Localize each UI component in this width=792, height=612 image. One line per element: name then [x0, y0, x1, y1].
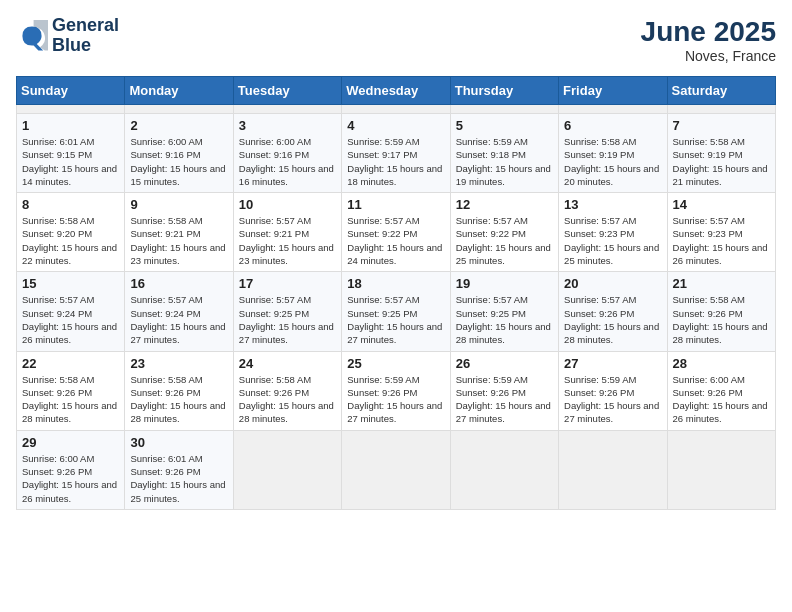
calendar-cell: 26Sunrise: 5:59 AMSunset: 9:26 PMDayligh… — [450, 351, 558, 430]
day-number: 29 — [22, 435, 119, 450]
calendar-cell: 24Sunrise: 5:58 AMSunset: 9:26 PMDayligh… — [233, 351, 341, 430]
day-number: 21 — [673, 276, 770, 291]
calendar-cell — [559, 430, 667, 509]
cell-sun-info: Sunrise: 6:01 AMSunset: 9:26 PMDaylight:… — [130, 452, 227, 505]
calendar-cell — [559, 105, 667, 114]
day-number: 4 — [347, 118, 444, 133]
cell-sun-info: Sunrise: 5:59 AMSunset: 9:26 PMDaylight:… — [564, 373, 661, 426]
calendar-header-row: SundayMondayTuesdayWednesdayThursdayFrid… — [17, 77, 776, 105]
calendar-cell: 17Sunrise: 5:57 AMSunset: 9:25 PMDayligh… — [233, 272, 341, 351]
day-number: 5 — [456, 118, 553, 133]
cell-sun-info: Sunrise: 5:57 AMSunset: 9:23 PMDaylight:… — [564, 214, 661, 267]
calendar-cell: 15Sunrise: 5:57 AMSunset: 9:24 PMDayligh… — [17, 272, 125, 351]
calendar-cell — [342, 430, 450, 509]
day-number: 12 — [456, 197, 553, 212]
cell-sun-info: Sunrise: 5:57 AMSunset: 9:25 PMDaylight:… — [456, 293, 553, 346]
cell-sun-info: Sunrise: 5:58 AMSunset: 9:19 PMDaylight:… — [564, 135, 661, 188]
title-block: June 2025 Noves, France — [641, 16, 776, 64]
cell-sun-info: Sunrise: 6:00 AMSunset: 9:16 PMDaylight:… — [130, 135, 227, 188]
cell-sun-info: Sunrise: 5:57 AMSunset: 9:25 PMDaylight:… — [239, 293, 336, 346]
calendar-table: SundayMondayTuesdayWednesdayThursdayFrid… — [16, 76, 776, 510]
calendar-cell: 9Sunrise: 5:58 AMSunset: 9:21 PMDaylight… — [125, 193, 233, 272]
cell-sun-info: Sunrise: 5:59 AMSunset: 9:17 PMDaylight:… — [347, 135, 444, 188]
weekday-header-friday: Friday — [559, 77, 667, 105]
cell-sun-info: Sunrise: 6:01 AMSunset: 9:15 PMDaylight:… — [22, 135, 119, 188]
calendar-cell: 10Sunrise: 5:57 AMSunset: 9:21 PMDayligh… — [233, 193, 341, 272]
logo-text-block: General Blue — [52, 16, 119, 56]
calendar-cell — [233, 430, 341, 509]
calendar-week-row: 8Sunrise: 5:58 AMSunset: 9:20 PMDaylight… — [17, 193, 776, 272]
calendar-cell: 25Sunrise: 5:59 AMSunset: 9:26 PMDayligh… — [342, 351, 450, 430]
calendar-cell: 3Sunrise: 6:00 AMSunset: 9:16 PMDaylight… — [233, 114, 341, 193]
weekday-header-tuesday: Tuesday — [233, 77, 341, 105]
logo-icon — [16, 20, 48, 52]
calendar-cell — [233, 105, 341, 114]
calendar-cell: 22Sunrise: 5:58 AMSunset: 9:26 PMDayligh… — [17, 351, 125, 430]
day-number: 9 — [130, 197, 227, 212]
day-number: 18 — [347, 276, 444, 291]
calendar-week-row: 22Sunrise: 5:58 AMSunset: 9:26 PMDayligh… — [17, 351, 776, 430]
day-number: 3 — [239, 118, 336, 133]
cell-sun-info: Sunrise: 5:58 AMSunset: 9:26 PMDaylight:… — [130, 373, 227, 426]
calendar-cell: 21Sunrise: 5:58 AMSunset: 9:26 PMDayligh… — [667, 272, 775, 351]
calendar-cell: 30Sunrise: 6:01 AMSunset: 9:26 PMDayligh… — [125, 430, 233, 509]
calendar-cell: 5Sunrise: 5:59 AMSunset: 9:18 PMDaylight… — [450, 114, 558, 193]
cell-sun-info: Sunrise: 5:57 AMSunset: 9:26 PMDaylight:… — [564, 293, 661, 346]
page-header: General Blue June 2025 Noves, France — [16, 16, 776, 64]
cell-sun-info: Sunrise: 6:00 AMSunset: 9:26 PMDaylight:… — [673, 373, 770, 426]
cell-sun-info: Sunrise: 5:57 AMSunset: 9:25 PMDaylight:… — [347, 293, 444, 346]
calendar-cell: 8Sunrise: 5:58 AMSunset: 9:20 PMDaylight… — [17, 193, 125, 272]
cell-sun-info: Sunrise: 5:59 AMSunset: 9:26 PMDaylight:… — [347, 373, 444, 426]
calendar-week-row: 1Sunrise: 6:01 AMSunset: 9:15 PMDaylight… — [17, 114, 776, 193]
cell-sun-info: Sunrise: 5:57 AMSunset: 9:21 PMDaylight:… — [239, 214, 336, 267]
cell-sun-info: Sunrise: 5:57 AMSunset: 9:24 PMDaylight:… — [130, 293, 227, 346]
calendar-cell — [342, 105, 450, 114]
calendar-cell: 29Sunrise: 6:00 AMSunset: 9:26 PMDayligh… — [17, 430, 125, 509]
cell-sun-info: Sunrise: 5:57 AMSunset: 9:23 PMDaylight:… — [673, 214, 770, 267]
weekday-header-saturday: Saturday — [667, 77, 775, 105]
calendar-cell: 14Sunrise: 5:57 AMSunset: 9:23 PMDayligh… — [667, 193, 775, 272]
day-number: 17 — [239, 276, 336, 291]
day-number: 16 — [130, 276, 227, 291]
day-number: 23 — [130, 356, 227, 371]
cell-sun-info: Sunrise: 5:58 AMSunset: 9:26 PMDaylight:… — [239, 373, 336, 426]
cell-sun-info: Sunrise: 6:00 AMSunset: 9:26 PMDaylight:… — [22, 452, 119, 505]
cell-sun-info: Sunrise: 5:59 AMSunset: 9:26 PMDaylight:… — [456, 373, 553, 426]
weekday-header-monday: Monday — [125, 77, 233, 105]
calendar-cell — [450, 430, 558, 509]
calendar-cell: 4Sunrise: 5:59 AMSunset: 9:17 PMDaylight… — [342, 114, 450, 193]
calendar-cell: 20Sunrise: 5:57 AMSunset: 9:26 PMDayligh… — [559, 272, 667, 351]
day-number: 26 — [456, 356, 553, 371]
cell-sun-info: Sunrise: 5:57 AMSunset: 9:22 PMDaylight:… — [456, 214, 553, 267]
day-number: 6 — [564, 118, 661, 133]
calendar-cell: 1Sunrise: 6:01 AMSunset: 9:15 PMDaylight… — [17, 114, 125, 193]
calendar-cell — [17, 105, 125, 114]
calendar-cell: 6Sunrise: 5:58 AMSunset: 9:19 PMDaylight… — [559, 114, 667, 193]
cell-sun-info: Sunrise: 5:58 AMSunset: 9:20 PMDaylight:… — [22, 214, 119, 267]
day-number: 27 — [564, 356, 661, 371]
calendar-cell: 2Sunrise: 6:00 AMSunset: 9:16 PMDaylight… — [125, 114, 233, 193]
cell-sun-info: Sunrise: 5:58 AMSunset: 9:26 PMDaylight:… — [673, 293, 770, 346]
calendar-cell: 11Sunrise: 5:57 AMSunset: 9:22 PMDayligh… — [342, 193, 450, 272]
calendar-week-row: 29Sunrise: 6:00 AMSunset: 9:26 PMDayligh… — [17, 430, 776, 509]
cell-sun-info: Sunrise: 6:00 AMSunset: 9:16 PMDaylight:… — [239, 135, 336, 188]
cell-sun-info: Sunrise: 5:57 AMSunset: 9:22 PMDaylight:… — [347, 214, 444, 267]
calendar-cell: 18Sunrise: 5:57 AMSunset: 9:25 PMDayligh… — [342, 272, 450, 351]
logo: General Blue — [16, 16, 119, 56]
calendar-week-row: 15Sunrise: 5:57 AMSunset: 9:24 PMDayligh… — [17, 272, 776, 351]
calendar-cell: 7Sunrise: 5:58 AMSunset: 9:19 PMDaylight… — [667, 114, 775, 193]
weekday-header-sunday: Sunday — [17, 77, 125, 105]
cell-sun-info: Sunrise: 5:58 AMSunset: 9:19 PMDaylight:… — [673, 135, 770, 188]
day-number: 10 — [239, 197, 336, 212]
cell-sun-info: Sunrise: 5:59 AMSunset: 9:18 PMDaylight:… — [456, 135, 553, 188]
calendar-cell: 19Sunrise: 5:57 AMSunset: 9:25 PMDayligh… — [450, 272, 558, 351]
calendar-week-row — [17, 105, 776, 114]
day-number: 8 — [22, 197, 119, 212]
calendar-cell — [667, 430, 775, 509]
day-number: 1 — [22, 118, 119, 133]
cell-sun-info: Sunrise: 5:57 AMSunset: 9:24 PMDaylight:… — [22, 293, 119, 346]
day-number: 7 — [673, 118, 770, 133]
day-number: 25 — [347, 356, 444, 371]
cell-sun-info: Sunrise: 5:58 AMSunset: 9:21 PMDaylight:… — [130, 214, 227, 267]
day-number: 20 — [564, 276, 661, 291]
